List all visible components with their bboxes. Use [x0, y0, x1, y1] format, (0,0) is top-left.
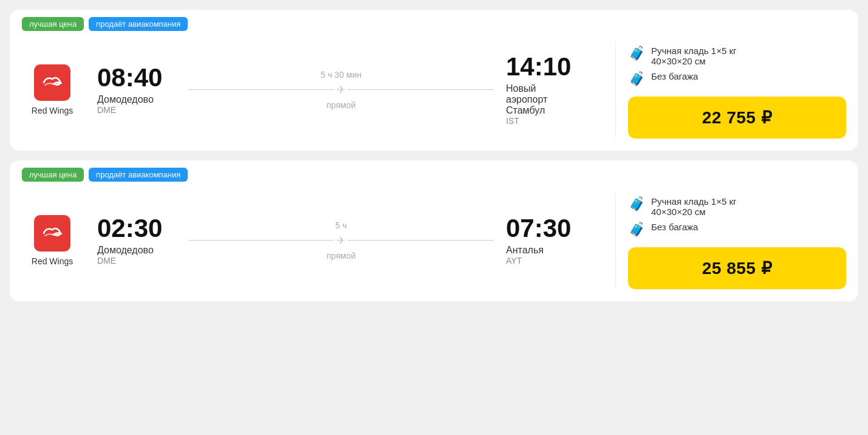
- line-right: [348, 89, 494, 90]
- carry-on-row: 🧳 Ручная кладь 1×5 кг 40×30×20 см: [628, 46, 846, 66]
- flight-type: прямой: [326, 251, 355, 261]
- flight-card-1: лучшая цена продаёт авиакомпания Red Win…: [10, 10, 858, 151]
- arrival-airport: Новый аэропорт Стамбул: [506, 83, 547, 116]
- departure-time: 08:40: [97, 65, 162, 91]
- plane-icon: ✈: [337, 234, 346, 247]
- arrival-time: 14:10: [506, 54, 571, 80]
- carry-on-row: 🧳 Ручная кладь 1×5 кг 40×30×20 см: [628, 196, 846, 217]
- arrival-time: 07:30: [506, 216, 571, 241]
- baggage-row: 🧳 Без багажа: [628, 71, 846, 87]
- carry-on-label: Ручная кладь 1×5 кг: [651, 196, 736, 207]
- badges-row: лучшая цена продаёт авиакомпания: [10, 160, 858, 182]
- route-middle: 5 ч 30 мин ✈ прямой: [176, 70, 506, 110]
- badges-row: лучшая цена продаёт авиакомпания: [10, 10, 858, 31]
- price-button[interactable]: 25 855 ₽: [628, 247, 846, 289]
- baggage-label: Без багажа: [651, 71, 698, 81]
- airline-name: Red Wings: [32, 106, 73, 115]
- card-body: Red Wings 02:30 Домодедово DME 5 ч ✈: [10, 182, 858, 289]
- arrival-code: IST: [506, 116, 519, 126]
- carry-on-size: 40×30×20 см: [651, 56, 736, 66]
- departure-airport: Домодедово: [97, 245, 154, 256]
- flight-duration: 5 ч 30 мин: [321, 70, 362, 80]
- baggage-icon: 🧳: [628, 222, 645, 238]
- plane-icon: ✈: [337, 83, 346, 97]
- route-line: ✈: [188, 234, 494, 247]
- flight-type: прямой: [326, 100, 355, 110]
- airline-logo-wrap: Red Wings: [22, 215, 83, 266]
- price-button[interactable]: 22 755 ₽: [628, 97, 846, 139]
- departure-code: DME: [97, 105, 116, 115]
- flight-duration: 5 ч: [335, 221, 347, 230]
- departure-code: DME: [97, 256, 116, 265]
- airline-logo-wrap: Red Wings: [22, 64, 83, 115]
- luggage-info: 🧳 Ручная кладь 1×5 кг 40×30×20 см 🧳 Без …: [628, 46, 846, 87]
- airline-name: Red Wings: [32, 256, 73, 266]
- baggage-row: 🧳 Без багажа: [628, 222, 846, 238]
- route-middle: 5 ч ✈ прямой: [176, 221, 506, 261]
- flight-info: Red Wings 08:40 Домодедово DME 5 ч 30 ми…: [22, 41, 603, 139]
- departure-info: 02:30 Домодедово DME: [97, 216, 176, 265]
- flight-card-2: лучшая цена продаёт авиакомпания Red Win…: [10, 160, 858, 301]
- departure-time: 02:30: [97, 216, 162, 241]
- baggage-label: Без багажа: [651, 222, 698, 232]
- airline-logo: [34, 215, 70, 252]
- carry-on-text: Ручная кладь 1×5 кг 40×30×20 см: [651, 46, 736, 66]
- departure-info: 08:40 Домодедово DME: [97, 65, 176, 115]
- price-panel: 🧳 Ручная кладь 1×5 кг 40×30×20 см 🧳 Без …: [615, 191, 846, 289]
- carry-on-label: Ручная кладь 1×5 кг: [651, 46, 736, 56]
- flight-info: Red Wings 02:30 Домодедово DME 5 ч ✈: [22, 191, 603, 289]
- badge-airline: продаёт авиакомпания: [89, 168, 188, 182]
- route-line: ✈: [188, 83, 494, 97]
- departure-airport: Домодедово: [97, 94, 154, 105]
- badge-airline: продаёт авиакомпания: [89, 17, 188, 31]
- arrival-info: 14:10 Новый аэропорт Стамбул IST: [506, 54, 603, 126]
- baggage-icon: 🧳: [628, 71, 645, 87]
- line-left: [188, 240, 334, 241]
- arrival-airport: Анталья: [506, 245, 544, 256]
- arrival-info: 07:30 Анталья AYT: [506, 216, 603, 265]
- luggage-info: 🧳 Ручная кладь 1×5 кг 40×30×20 см 🧳 Без …: [628, 196, 846, 238]
- badge-best-price: лучшая цена: [22, 17, 84, 31]
- badge-best-price: лучшая цена: [22, 168, 84, 182]
- line-left: [188, 89, 334, 90]
- carry-on-text: Ручная кладь 1×5 кг 40×30×20 см: [651, 196, 736, 217]
- carry-on-icon: 🧳: [628, 46, 645, 61]
- arrival-code: AYT: [506, 256, 522, 265]
- airline-logo: [34, 64, 70, 101]
- carry-on-icon: 🧳: [628, 196, 645, 212]
- price-panel: 🧳 Ручная кладь 1×5 кг 40×30×20 см 🧳 Без …: [615, 41, 846, 139]
- line-right: [348, 240, 494, 241]
- carry-on-size: 40×30×20 см: [651, 207, 736, 217]
- card-body: Red Wings 08:40 Домодедово DME 5 ч 30 ми…: [10, 31, 858, 139]
